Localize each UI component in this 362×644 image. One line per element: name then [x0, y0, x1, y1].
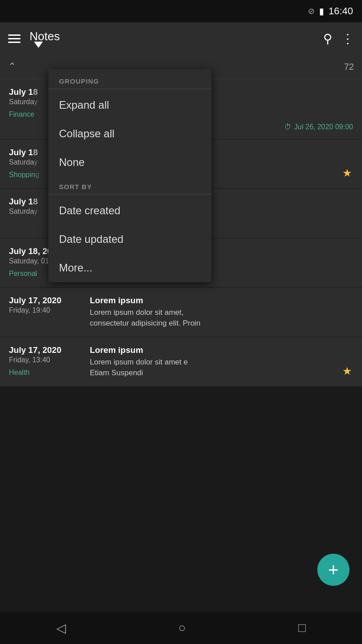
collapse-all-item[interactable]: Collapse all [48, 119, 211, 148]
hamburger-menu-icon[interactable] [8, 34, 21, 43]
recent-nav-icon[interactable]: □ [298, 621, 306, 635]
note-date-5: July 17, 2020 [9, 296, 83, 305]
no-sim-icon: ⊘ [308, 6, 315, 16]
note-body-5: Lorem ipsum dolor sit amet,consectetur a… [90, 307, 353, 329]
dropdown-arrow-icon[interactable] [34, 42, 43, 48]
bottom-nav: ◁ ○ □ [0, 612, 362, 644]
star-icon-6: ★ [342, 365, 352, 377]
back-nav-icon[interactable]: ◁ [56, 621, 66, 636]
note-title-6: Lorem ipsum [90, 345, 353, 355]
battery-icon: ▮ [319, 6, 324, 17]
note-count: 72 [344, 62, 354, 72]
note-body-6: Lorem ipsum dolor sit amet eEtiam Suspen… [90, 357, 353, 378]
note-date-6: July 17, 2020 [9, 345, 83, 355]
more-vert-icon[interactable]: ⋮ [341, 31, 354, 46]
star-icon-2: ★ [342, 167, 352, 179]
note-card-5[interactable]: July 17, 2020 Friday, 19:40 Lorem ipsum … [0, 288, 362, 337]
grouping-dropdown: GROUPING Expand all Collapse all None SO… [48, 69, 211, 282]
note-content-5: Lorem ipsum Lorem ipsum dolor sit amet,c… [90, 296, 353, 329]
expand-all-item[interactable]: Expand all [48, 91, 211, 119]
fab-add-note[interactable]: + [317, 554, 349, 586]
date-updated-item[interactable]: Date updated [48, 225, 211, 254]
status-time: 16:40 [328, 5, 353, 17]
app-bar: Notes ⚲ ⋮ [0, 22, 362, 55]
grouping-divider [48, 89, 211, 89]
note-content-6: Lorem ipsum Lorem ipsum dolor sit amet e… [90, 345, 353, 378]
note-card-6[interactable]: July 17, 2020 Friday, 13:40 Health Lorem… [0, 337, 362, 387]
note-title-5: Lorem ipsum [90, 296, 353, 305]
title-area: Notes [29, 30, 314, 48]
chevron-up-icon[interactable]: ⌃ [8, 61, 16, 72]
none-item[interactable]: None [48, 148, 211, 177]
more-item[interactable]: More... [48, 254, 211, 282]
home-nav-icon[interactable]: ○ [178, 621, 186, 635]
note-tag-6: Health [9, 369, 83, 377]
note-date-col-6: July 17, 2020 Friday, 13:40 Health [9, 345, 83, 378]
note-date-col-5: July 17, 2020 Friday, 19:40 [9, 296, 83, 329]
note-day-6: Friday, 13:40 [9, 356, 83, 364]
sort-section-label: SORT BY [48, 177, 211, 194]
reminder-clock-icon: ⏱ [284, 123, 291, 131]
date-created-item[interactable]: Date created [48, 196, 211, 225]
note-day-5: Friday, 19:40 [9, 306, 83, 314]
search-icon[interactable]: ⚲ [323, 31, 333, 46]
status-bar: ⊘ ▮ 16:40 [0, 0, 362, 22]
fab-plus-icon: + [328, 561, 338, 579]
reminder-text-1: Jul 26, 2020 09:00 [294, 123, 353, 131]
sort-divider [48, 194, 211, 195]
grouping-section-label: GROUPING [48, 69, 211, 89]
status-icons: ⊘ ▮ 16:40 [308, 5, 353, 17]
